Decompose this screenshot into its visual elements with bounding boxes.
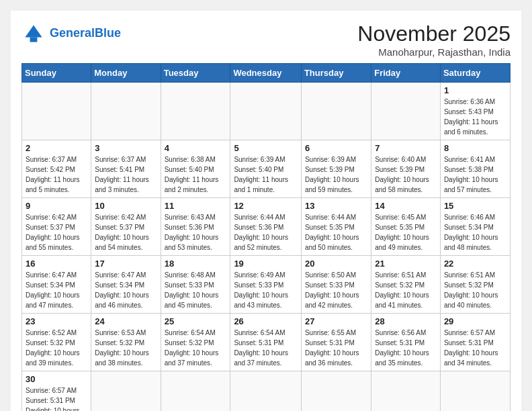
day-number: 5: [234, 143, 298, 153]
day-number: 20: [305, 259, 367, 269]
day-info: Sunrise: 6:49 AM Sunset: 5:33 PM Dayligh…: [234, 270, 298, 310]
day-info: Sunrise: 6:45 AM Sunset: 5:35 PM Dayligh…: [375, 212, 437, 253]
day-number: 14: [375, 201, 437, 211]
calendar-cell: 18Sunrise: 6:48 AM Sunset: 5:33 PM Dayli…: [161, 256, 230, 314]
calendar-cell: 6Sunrise: 6:39 AM Sunset: 5:39 PM Daylig…: [301, 140, 371, 198]
day-number: 27: [305, 316, 367, 326]
day-number: 13: [305, 201, 367, 211]
calendar-cell: 12Sunrise: 6:44 AM Sunset: 5:36 PM Dayli…: [230, 198, 302, 256]
day-number: 28: [375, 316, 437, 326]
day-number: 9: [26, 201, 87, 211]
col-tuesday: Tuesday: [161, 64, 230, 83]
day-number: 18: [165, 259, 227, 269]
logo-general: General: [50, 26, 95, 40]
logo: GeneralBlue: [21, 21, 121, 46]
calendar-cell: 13Sunrise: 6:44 AM Sunset: 5:35 PM Dayli…: [301, 198, 371, 256]
day-number: 15: [444, 201, 506, 211]
col-friday: Friday: [371, 64, 441, 83]
day-info: Sunrise: 6:52 AM Sunset: 5:32 PM Dayligh…: [26, 328, 87, 368]
day-info: Sunrise: 6:51 AM Sunset: 5:32 PM Dayligh…: [444, 270, 506, 310]
calendar-cell: 19Sunrise: 6:49 AM Sunset: 5:33 PM Dayli…: [230, 256, 302, 314]
day-info: Sunrise: 6:44 AM Sunset: 5:35 PM Dayligh…: [305, 212, 367, 253]
calendar-cell: 1Sunrise: 6:36 AM Sunset: 5:43 PM Daylig…: [440, 83, 510, 140]
day-number: 26: [234, 316, 298, 326]
day-info: Sunrise: 6:55 AM Sunset: 5:31 PM Dayligh…: [305, 328, 367, 368]
day-info: Sunrise: 6:50 AM Sunset: 5:33 PM Dayligh…: [305, 270, 367, 310]
day-info: Sunrise: 6:39 AM Sunset: 5:39 PM Dayligh…: [305, 154, 367, 195]
day-info: Sunrise: 6:43 AM Sunset: 5:36 PM Dayligh…: [165, 212, 227, 253]
day-number: 24: [95, 316, 157, 326]
calendar-cell: 7Sunrise: 6:40 AM Sunset: 5:39 PM Daylig…: [371, 140, 441, 198]
calendar-cell: 9Sunrise: 6:42 AM Sunset: 5:37 PM Daylig…: [22, 198, 91, 256]
calendar-cell: 20Sunrise: 6:50 AM Sunset: 5:33 PM Dayli…: [301, 256, 371, 314]
day-number: 29: [444, 316, 506, 326]
day-number: 25: [165, 316, 227, 326]
calendar-week-0: 1Sunrise: 6:36 AM Sunset: 5:43 PM Daylig…: [22, 83, 511, 140]
day-info: Sunrise: 6:47 AM Sunset: 5:34 PM Dayligh…: [26, 270, 87, 310]
calendar-cell: 21Sunrise: 6:51 AM Sunset: 5:32 PM Dayli…: [371, 256, 441, 314]
day-number: 16: [26, 259, 87, 269]
day-info: Sunrise: 6:37 AM Sunset: 5:41 PM Dayligh…: [95, 154, 157, 195]
day-info: Sunrise: 6:44 AM Sunset: 5:36 PM Dayligh…: [234, 212, 298, 253]
calendar-cell: 23Sunrise: 6:52 AM Sunset: 5:32 PM Dayli…: [22, 314, 91, 371]
day-number: 17: [95, 259, 157, 269]
col-wednesday: Wednesday: [230, 64, 302, 83]
day-number: 1: [444, 85, 506, 95]
day-number: 11: [165, 201, 227, 211]
month-title: November 2025: [357, 21, 511, 46]
day-info: Sunrise: 6:46 AM Sunset: 5:34 PM Dayligh…: [444, 212, 506, 253]
calendar-cell: 8Sunrise: 6:41 AM Sunset: 5:38 PM Daylig…: [440, 140, 510, 198]
day-info: Sunrise: 6:41 AM Sunset: 5:38 PM Dayligh…: [444, 154, 506, 195]
day-info: Sunrise: 6:57 AM Sunset: 5:31 PM Dayligh…: [444, 328, 506, 368]
calendar-cell: [371, 371, 441, 412]
day-info: Sunrise: 6:42 AM Sunset: 5:37 PM Dayligh…: [26, 212, 87, 253]
day-info: Sunrise: 6:36 AM Sunset: 5:43 PM Dayligh…: [444, 97, 506, 137]
calendar-header-row: Sunday Monday Tuesday Wednesday Thursday…: [22, 64, 511, 83]
calendar-cell: [301, 371, 371, 412]
calendar-cell: [301, 83, 371, 140]
col-sunday: Sunday: [22, 64, 91, 83]
calendar-cell: 3Sunrise: 6:37 AM Sunset: 5:41 PM Daylig…: [91, 140, 161, 198]
calendar-cell: [22, 83, 91, 140]
day-info: Sunrise: 6:47 AM Sunset: 5:34 PM Dayligh…: [95, 270, 157, 310]
page: GeneralBlue November 2025 Manoharpur, Ra…: [11, 11, 521, 411]
calendar-cell: [161, 371, 230, 412]
day-info: Sunrise: 6:53 AM Sunset: 5:32 PM Dayligh…: [95, 328, 157, 368]
day-number: 22: [444, 259, 506, 269]
calendar-cell: 14Sunrise: 6:45 AM Sunset: 5:35 PM Dayli…: [371, 198, 441, 256]
calendar-cell: 29Sunrise: 6:57 AM Sunset: 5:31 PM Dayli…: [440, 314, 510, 371]
day-number: 6: [305, 143, 367, 153]
logo-text: GeneralBlue: [50, 26, 121, 41]
calendar-week-1: 2Sunrise: 6:37 AM Sunset: 5:42 PM Daylig…: [22, 140, 511, 198]
day-info: Sunrise: 6:54 AM Sunset: 5:31 PM Dayligh…: [234, 328, 298, 368]
calendar-cell: [91, 371, 161, 412]
calendar-week-5: 30Sunrise: 6:57 AM Sunset: 5:31 PM Dayli…: [22, 371, 511, 412]
calendar-cell: 15Sunrise: 6:46 AM Sunset: 5:34 PM Dayli…: [440, 198, 510, 256]
day-number: 12: [234, 201, 298, 211]
calendar-cell: 30Sunrise: 6:57 AM Sunset: 5:31 PM Dayli…: [22, 371, 91, 412]
day-number: 30: [26, 374, 87, 384]
title-block: November 2025 Manoharpur, Rajasthan, Ind…: [357, 21, 511, 58]
calendar-cell: 28Sunrise: 6:56 AM Sunset: 5:31 PM Dayli…: [371, 314, 441, 371]
calendar-cell: [230, 83, 302, 140]
day-number: 21: [375, 259, 437, 269]
calendar-cell: 16Sunrise: 6:47 AM Sunset: 5:34 PM Dayli…: [22, 256, 91, 314]
col-monday: Monday: [91, 64, 161, 83]
calendar-cell: 22Sunrise: 6:51 AM Sunset: 5:32 PM Dayli…: [440, 256, 510, 314]
day-info: Sunrise: 6:57 AM Sunset: 5:31 PM Dayligh…: [26, 385, 87, 411]
calendar-cell: 10Sunrise: 6:42 AM Sunset: 5:37 PM Dayli…: [91, 198, 161, 256]
day-info: Sunrise: 6:51 AM Sunset: 5:32 PM Dayligh…: [375, 270, 437, 310]
calendar: Sunday Monday Tuesday Wednesday Thursday…: [21, 63, 511, 411]
day-info: Sunrise: 6:56 AM Sunset: 5:31 PM Dayligh…: [375, 328, 437, 368]
calendar-cell: 27Sunrise: 6:55 AM Sunset: 5:31 PM Dayli…: [301, 314, 371, 371]
logo-blue: Blue: [95, 26, 121, 40]
calendar-cell: [440, 371, 510, 412]
day-info: Sunrise: 6:48 AM Sunset: 5:33 PM Dayligh…: [165, 270, 227, 310]
calendar-cell: 17Sunrise: 6:47 AM Sunset: 5:34 PM Dayli…: [91, 256, 161, 314]
day-number: 3: [95, 143, 157, 153]
day-number: 8: [444, 143, 506, 153]
calendar-cell: [371, 83, 441, 140]
calendar-week-4: 23Sunrise: 6:52 AM Sunset: 5:32 PM Dayli…: [22, 314, 511, 371]
col-saturday: Saturday: [440, 64, 510, 83]
calendar-cell: 26Sunrise: 6:54 AM Sunset: 5:31 PM Dayli…: [230, 314, 302, 371]
